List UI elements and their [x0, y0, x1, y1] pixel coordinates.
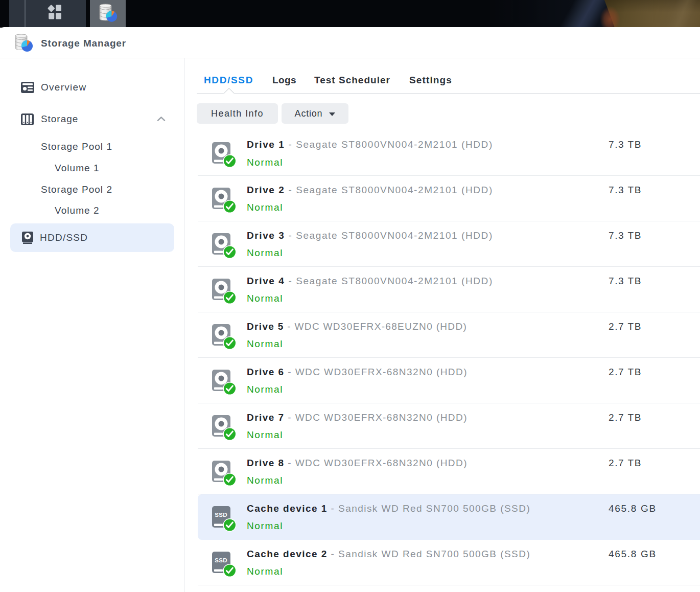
svg-text:SSD: SSD — [215, 557, 227, 563]
svg-text:SSD: SSD — [215, 511, 227, 517]
